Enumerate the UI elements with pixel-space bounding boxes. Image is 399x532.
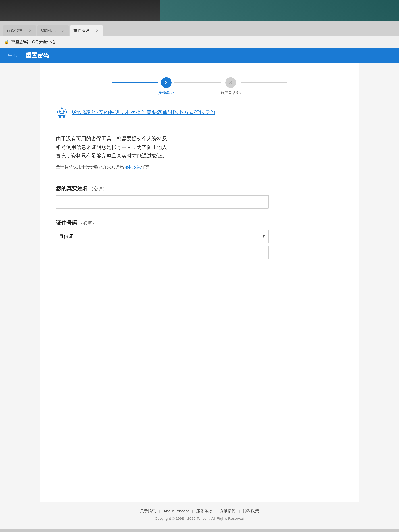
tab-2-close[interactable]: ✕ — [61, 28, 65, 33]
id-type-select-wrapper: 身份证 护照 军官证 港澳通行证 台湾居民来往大陆通行证 ▼ — [56, 230, 269, 243]
detection-banner: 经过智能小安的检测，本次操作需要您通过以下方式确认身份 — [51, 102, 348, 122]
description-main-text: 由于没有可用的密保工具，您需要提交个人资料及 帐号使用信息来证明您是帐号主人，为… — [56, 134, 343, 160]
real-name-required: （必填） — [89, 186, 107, 191]
detection-text: 经过智能小安的检测，本次操作需要您通过以下方式确认身份 — [72, 108, 215, 116]
footer-link-privacy[interactable]: 隐私政策 — [240, 508, 262, 514]
footer-link-jobs[interactable]: 腾讯招聘 — [216, 508, 239, 514]
id-number-section: 证件号码（必填） 身份证 护照 军官证 港澳通行证 台湾居民来往大陆通行证 ▼ — [51, 216, 348, 262]
svg-rect-7 — [59, 115, 61, 118]
progress-steps: 2 身份验证 3 设置新密码 — [51, 71, 348, 100]
svg-point-1 — [59, 110, 61, 113]
svg-point-2 — [63, 110, 65, 113]
svg-rect-4 — [61, 108, 63, 109]
step-3-circle: 3 — [225, 77, 236, 88]
site-header: 中心 重置密码 — [0, 48, 399, 63]
step-3-label: 设置新密码 — [221, 90, 241, 95]
id-number-required: （必填） — [78, 221, 96, 226]
footer-copyright: Copyright © 1998 - 2020 Tencent. All Rig… — [5, 516, 394, 521]
step-2-item: 2 身份验证 — [158, 77, 174, 95]
footer-link-about-cn[interactable]: 关于腾讯 — [137, 508, 159, 514]
site-header-title: 重置密码 — [25, 51, 49, 59]
sub-text-before: 全部资料仅用于身份验证并受到腾讯 — [56, 164, 124, 169]
step-2-circle: 2 — [161, 77, 171, 88]
sub-text-after: 保护 — [141, 164, 150, 169]
svg-rect-5 — [57, 111, 58, 114]
real-name-label: 您的真实姓名（必填） — [56, 185, 343, 192]
id-number-label: 证件号码（必填） — [56, 219, 343, 227]
footer-links: 关于腾讯 | About Tencent | 服务条款 | 腾讯招聘 | 隐私政… — [5, 508, 394, 514]
page-content: 2 身份验证 3 设置新密码 — [40, 63, 359, 501]
browser-chrome: 解除保护... ✕ 360网址... ✕ 重置密码... ✕ + 🔒 重置密码 … — [0, 21, 399, 48]
footer-sep-4: | — [239, 509, 240, 513]
footer-sep-3: | — [215, 509, 216, 513]
tab-bar: 解除保护... ✕ 360网址... ✕ 重置密码... ✕ + — [0, 21, 399, 36]
step-3-item: 3 设置新密码 — [221, 77, 241, 95]
tab-1-label: 解除保护... — [6, 28, 26, 33]
footer-sep-1: | — [159, 509, 160, 513]
description-block: 由于没有可用的密保工具，您需要提交个人资料及 帐号使用信息来证明您是帐号主人，为… — [51, 129, 348, 175]
svg-rect-3 — [60, 114, 64, 114]
tab-2[interactable]: 360网址... ✕ — [37, 25, 69, 36]
id-number-input[interactable] — [56, 246, 269, 260]
tab-3-close[interactable]: ✕ — [95, 28, 100, 33]
svg-rect-6 — [66, 111, 67, 114]
real-name-input[interactable] — [56, 195, 269, 209]
site-header-nav: 中心 — [8, 52, 18, 59]
tab-3[interactable]: 重置密码... ✕ — [70, 25, 103, 36]
page-title-bar: 重置密码 - QQ安全中心 — [11, 39, 56, 45]
tab-2-label: 360网址... — [41, 28, 58, 33]
footer-link-about-en[interactable]: About Tencent — [160, 509, 192, 513]
connector-before-step2 — [112, 82, 158, 83]
footer-link-terms[interactable]: 服务条款 — [193, 508, 215, 514]
description-sub-text: 全部资料仅用于身份验证并受到腾讯隐私政策保护 — [56, 163, 343, 170]
svg-rect-8 — [63, 115, 64, 118]
real-name-section: 您的真实姓名（必填） — [51, 182, 348, 211]
security-icon: 🔒 — [4, 39, 9, 44]
step-2-label: 身份验证 — [158, 90, 174, 95]
connector-after-step3 — [241, 82, 287, 83]
privacy-policy-link[interactable]: 隐私政策 — [124, 164, 141, 169]
site-footer: 关于腾讯 | About Tencent | 服务条款 | 腾讯招聘 | 隐私政… — [0, 501, 399, 529]
browser-content: 中心 重置密码 2 身份验证 3 设置新密码 — [0, 48, 399, 529]
address-bar: 🔒 重置密码 - QQ安全中心 — [0, 36, 399, 48]
robot-icon — [56, 106, 68, 118]
top-decoration — [0, 0, 399, 21]
connector-between — [174, 82, 221, 83]
tab-3-label: 重置密码... — [73, 28, 93, 33]
id-type-select[interactable]: 身份证 护照 军官证 港澳通行证 台湾居民来往大陆通行证 — [56, 230, 269, 243]
footer-sep-2: | — [192, 509, 193, 513]
tab-1-close[interactable]: ✕ — [28, 28, 32, 33]
tab-1[interactable]: 解除保护... ✕ — [3, 25, 36, 36]
new-tab-button[interactable]: + — [106, 25, 115, 35]
